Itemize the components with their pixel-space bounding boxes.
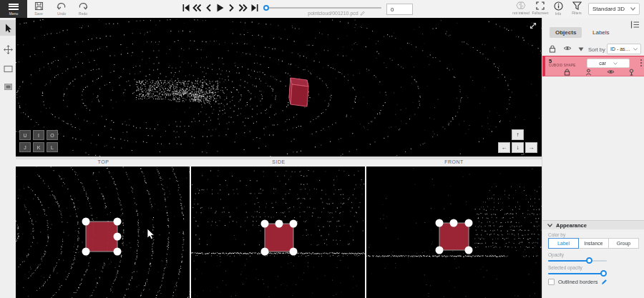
panel-menu-icon[interactable] — [630, 21, 640, 29]
appearance-panel: Appearance Color by Label Instance Group… — [542, 220, 644, 298]
chevron-down-icon — [613, 62, 618, 65]
color-by-group-button[interactable]: Group — [609, 238, 639, 249]
save-icon — [34, 1, 44, 11]
resize-handle[interactable] — [290, 220, 298, 228]
resize-handle[interactable] — [465, 247, 473, 254]
selected-opacity-label: Selected opacity — [548, 265, 582, 270]
chevron-down-icon — [630, 7, 635, 11]
frame-number-input[interactable] — [386, 4, 413, 15]
key-o-button[interactable]: O — [47, 130, 58, 140]
object-class-select[interactable]: car — [587, 59, 630, 68]
opacity-slider-handle[interactable] — [586, 257, 592, 264]
outlined-borders-checkbox[interactable] — [548, 279, 555, 285]
arrow-down-button[interactable]: ↓ — [512, 142, 524, 153]
selected-opacity-slider-handle[interactable] — [600, 270, 607, 277]
cuboid-rect-top[interactable] — [86, 222, 117, 252]
color-by-label-button[interactable]: Label — [548, 238, 579, 249]
viewport-arrow-keys: ↑ ← ↓ → — [498, 129, 537, 153]
image-view-tool-button[interactable] — [0, 79, 16, 94]
right-sidebar: Objects Labels Sort by ID - as… 5 CUBOID… — [542, 18, 644, 298]
tab-labels[interactable]: Labels — [587, 27, 615, 38]
cuboid-overlay-side — [191, 167, 365, 298]
fast-rewind-button[interactable] — [192, 3, 202, 12]
cuboid-front-face[interactable] — [291, 84, 308, 106]
select-tool-button[interactable] — [0, 20, 16, 36]
resize-handle[interactable] — [261, 248, 269, 256]
fullscreen-button[interactable]: Fullscreen — [531, 1, 550, 17]
view-mode-select[interactable]: Standard 3D — [588, 3, 640, 15]
edit-color-icon[interactable] — [601, 279, 608, 285]
redo-icon — [78, 1, 88, 11]
side-ortho-view[interactable] — [191, 167, 365, 298]
sort-by-select[interactable]: ID - as… — [607, 44, 641, 54]
resize-handle[interactable] — [290, 248, 298, 256]
object-list-item-selected[interactable]: 5 CUBOID SHAPE car — [542, 56, 644, 76]
object-visibility-icon[interactable] — [607, 69, 615, 75]
top-ortho-view[interactable] — [16, 167, 190, 298]
expand-view-icon[interactable] — [529, 21, 537, 30]
resize-handle[interactable] — [82, 218, 90, 226]
arrow-left-button[interactable]: ← — [498, 142, 510, 153]
object-author-icon[interactable] — [585, 69, 592, 76]
filename-label[interactable]: pointcloud/001210.pcd — [275, 11, 397, 16]
resize-handle[interactable] — [436, 247, 444, 254]
frame-seek-slider[interactable] — [266, 7, 381, 9]
resize-handle[interactable] — [114, 218, 122, 226]
image-icon — [4, 83, 13, 91]
prev-frame-button[interactable] — [204, 3, 213, 12]
main-3d-viewport[interactable]: U I O J K L ↑ ← ↓ → — [16, 18, 542, 157]
filters-button[interactable]: Filters — [568, 1, 585, 17]
mouse-cursor — [147, 229, 155, 239]
resize-handle[interactable] — [82, 248, 90, 256]
redo-button[interactable]: Redo — [73, 1, 93, 17]
move-icon — [4, 45, 13, 54]
left-tool-palette — [0, 18, 16, 298]
next-frame-button[interactable] — [227, 3, 236, 12]
cuboid-rect-side[interactable] — [265, 224, 293, 252]
play-button[interactable] — [215, 3, 225, 12]
key-k-button[interactable]: K — [33, 142, 44, 152]
object-menu-icon[interactable] — [640, 59, 643, 67]
menu-button[interactable]: Menu — [0, 0, 27, 18]
resize-handle[interactable] — [436, 219, 444, 227]
object-lock-icon[interactable] — [564, 69, 570, 76]
selected-opacity-slider[interactable] — [548, 273, 607, 274]
rotate-handle[interactable] — [275, 220, 283, 228]
key-j-button[interactable]: J — [19, 142, 31, 152]
color-by-label: Color by — [548, 232, 565, 237]
key-u-button[interactable]: U — [19, 130, 31, 140]
model-status[interactable]: not trained — [509, 1, 532, 17]
resize-handle[interactable] — [465, 219, 473, 227]
pan-tool-button[interactable] — [0, 41, 16, 57]
undo-button[interactable]: Undo — [52, 1, 72, 17]
top-toolbar: Menu Save Undo Redo — [0, 0, 644, 18]
key-l-button[interactable]: L — [47, 142, 58, 152]
skip-first-button[interactable] — [181, 3, 190, 12]
collapse-chevron-icon — [547, 224, 552, 227]
skip-last-button[interactable] — [250, 3, 259, 12]
save-button[interactable]: Save — [29, 1, 49, 17]
front-ortho-view[interactable] — [366, 167, 542, 298]
color-by-instance-button[interactable]: Instance — [579, 238, 609, 249]
key-i-button[interactable]: I — [33, 130, 44, 140]
rotate-handle[interactable] — [114, 233, 122, 241]
resize-handle[interactable] — [114, 248, 122, 256]
resize-handle[interactable] — [261, 220, 269, 228]
filter-dropdown-icon[interactable] — [578, 47, 584, 51]
opacity-slider[interactable] — [548, 260, 607, 262]
cuboid-rect-front[interactable] — [439, 223, 469, 250]
object-pin-icon[interactable] — [628, 69, 635, 76]
side-view-label: SIDE — [191, 159, 366, 167]
visibility-all-button[interactable] — [563, 45, 572, 51]
rotate-handle[interactable] — [450, 219, 458, 227]
info-button[interactable]: Info — [550, 1, 567, 17]
fast-forward-button[interactable] — [238, 3, 248, 12]
arrow-right-button[interactable]: → — [525, 142, 537, 153]
cuboid-tool-button[interactable] — [0, 61, 16, 76]
lock-all-button[interactable] — [549, 45, 556, 53]
fullscreen-icon — [536, 1, 545, 10]
appearance-header[interactable]: Appearance — [542, 220, 644, 229]
seek-slider-handle[interactable] — [263, 5, 269, 11]
tab-objects[interactable]: Objects — [550, 27, 582, 38]
arrow-up-button[interactable]: ↑ — [512, 129, 524, 140]
